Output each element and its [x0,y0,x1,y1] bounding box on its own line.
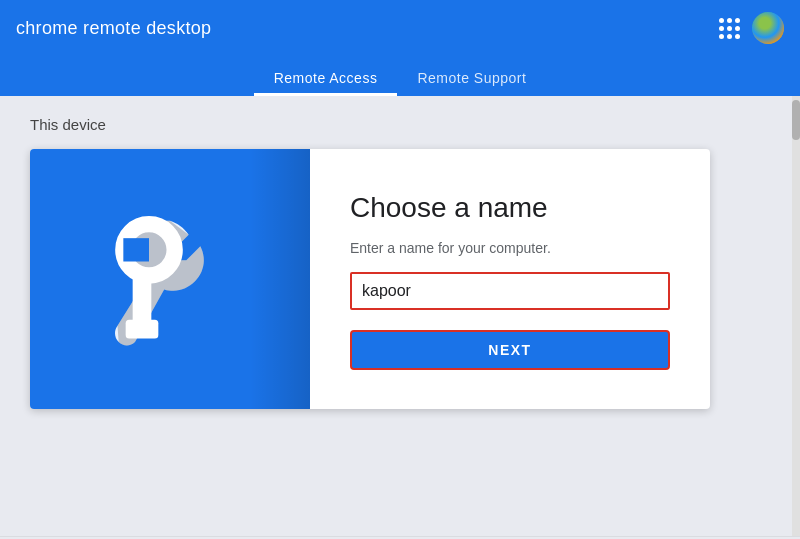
wrench-icon [100,209,240,349]
card-right-panel: Choose a name Enter a name for your comp… [310,149,710,409]
tabs: Remote Access Remote Support [254,56,547,96]
main-content: This device [0,96,800,536]
top-bar-right [719,12,784,44]
tabs-container: Remote Access Remote Support [0,56,800,96]
svg-rect-1 [123,238,149,261]
dialog-title: Choose a name [350,192,670,224]
svg-rect-3 [126,320,159,339]
next-button-wrapper: NEXT [350,330,670,370]
computer-name-input[interactable] [350,272,670,310]
scrollbar-thumb[interactable] [792,100,800,140]
dialog-subtitle: Enter a name for your computer. [350,240,670,256]
grid-dots [719,18,740,39]
avatar-image [752,12,784,44]
next-button[interactable]: NEXT [350,330,670,370]
card-left-panel [30,149,310,409]
section-label: This device [30,116,770,133]
user-avatar[interactable] [752,12,784,44]
top-bar: chrome remote desktop [0,0,800,56]
scrollbar-track[interactable] [792,96,800,536]
tab-remote-access[interactable]: Remote Access [254,56,398,96]
tab-remote-support[interactable]: Remote Support [397,56,546,96]
app-title: chrome remote desktop [16,18,211,39]
device-card: Choose a name Enter a name for your comp… [30,149,710,409]
apps-icon[interactable] [719,18,740,39]
